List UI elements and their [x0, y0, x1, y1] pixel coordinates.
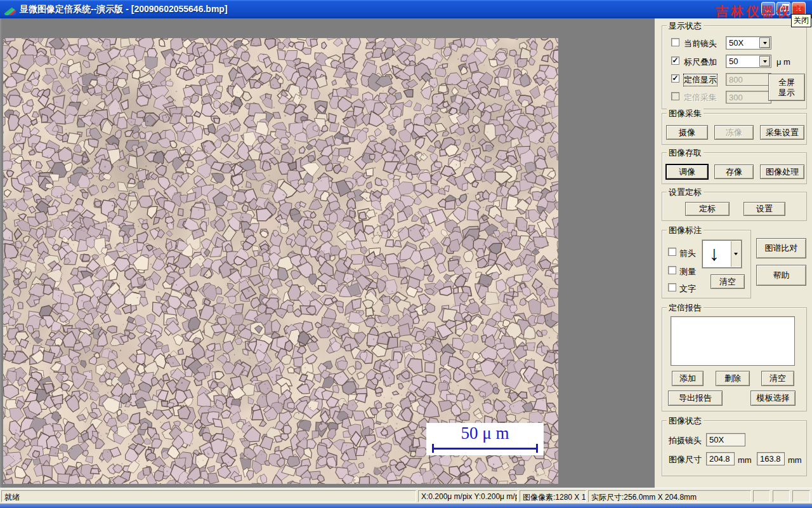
- group-calibration: 设置定标 定标 设置: [662, 192, 807, 221]
- checkbox-fixed-mag-capture-label: 定倍采集: [684, 92, 717, 104]
- group-report: 定倍报告 添加 删除 清空 导出报告 模板选择: [662, 307, 807, 411]
- group-image-storage: 图像存取 调像 存像 图像处理: [662, 152, 807, 184]
- checkbox-measure-label: 测量: [679, 266, 696, 277]
- shooting-lens-field: 50X: [706, 433, 745, 446]
- dropdown-arrow-icon[interactable]: [759, 37, 770, 48]
- load-image-button[interactable]: 调像: [666, 164, 708, 179]
- checkbox-scale-overlay[interactable]: [671, 57, 679, 65]
- micrograph-image: [3, 38, 558, 484]
- checkbox-fixed-mag-display-label: 定倍显示: [684, 74, 717, 86]
- app-brush-icon: [3, 3, 16, 15]
- group-image-status: 图像状态 拍摄镜头 50X 图像尺寸 204.8 mm 163.8 mm: [662, 420, 807, 476]
- image-processing-button[interactable]: 图像处理: [760, 164, 804, 179]
- scale-bar-line: [432, 448, 538, 450]
- control-panel: 显示状态 当前镜头 50X 标尺叠加 50 μ m 定倍显示 800 定倍采集 …: [655, 18, 812, 488]
- window-title: 显微图像定倍系统--演示版 - [20090602055646.bmp]: [20, 4, 228, 15]
- annotation-clear-button[interactable]: 清空: [710, 274, 745, 289]
- report-add-button[interactable]: 添加: [672, 371, 704, 386]
- checkbox-arrow-label: 箭头: [679, 248, 696, 259]
- status-spare-3: [792, 490, 810, 502]
- scale-bar-label: 50 μ m: [426, 424, 544, 443]
- settings-button[interactable]: 设置: [743, 202, 785, 216]
- status-image-pixels: 图像像素:1280 X 1024: [520, 490, 586, 502]
- down-arrow-icon: ↓: [709, 242, 719, 265]
- status-resolution: X:0.200μ m/pix Y:0.200μ m/pix: [418, 490, 518, 502]
- group-image-storage-title: 图像存取: [667, 147, 704, 159]
- checkbox-text[interactable]: [668, 283, 676, 291]
- report-clear-button[interactable]: 清空: [761, 371, 794, 386]
- image-height-unit: mm: [788, 455, 802, 465]
- image-width-field: 204.8: [706, 452, 735, 465]
- capture-button[interactable]: 摄像: [666, 125, 708, 140]
- group-display-status-title: 显示状态: [667, 20, 704, 32]
- atlas-compare-button[interactable]: 图谱比对: [756, 238, 806, 258]
- title-bar: 显微图像定倍系统--演示版 - [20090602055646.bmp] × 吉…: [0, 0, 812, 18]
- status-ready: 就绪: [1, 490, 416, 502]
- current-lens-combo[interactable]: 50X: [726, 36, 771, 50]
- freeze-button: 冻像: [714, 125, 754, 140]
- status-actual-size: 实际尺寸:256.0mm X 204.8mm: [588, 490, 751, 502]
- report-listbox[interactable]: [671, 316, 795, 366]
- checkbox-current-lens[interactable]: [671, 38, 679, 46]
- image-width-unit: mm: [738, 455, 752, 465]
- checkbox-fixed-mag-capture: [671, 92, 679, 100]
- scale-unit-label: μ m: [776, 57, 790, 67]
- group-display-status: 显示状态 当前镜头 50X 标尺叠加 50 μ m 定倍显示 800 定倍采集 …: [662, 25, 807, 109]
- group-annotation: 图像标注 箭头 测量 文字 ↓ 清空: [662, 230, 751, 298]
- save-image-button[interactable]: 存像: [714, 164, 754, 179]
- checkbox-current-lens-label: 当前镜头: [684, 38, 717, 50]
- shooting-lens-label: 拍摄镜头: [669, 435, 702, 446]
- dropdown-arrow-icon[interactable]: [759, 56, 770, 67]
- checkbox-arrow[interactable]: [668, 248, 676, 256]
- fullscreen-button-line2: 显示: [778, 88, 795, 98]
- fullscreen-button[interactable]: 全屏 显示: [768, 74, 805, 101]
- report-delete-button[interactable]: 删除: [716, 371, 750, 386]
- status-spare-1: [753, 490, 770, 502]
- checkbox-fixed-mag-display[interactable]: [671, 74, 679, 83]
- current-lens-value: 50X: [729, 38, 743, 48]
- group-image-capture-title: 图像采集: [667, 108, 704, 119]
- arrow-style-combo[interactable]: ↓: [702, 240, 742, 268]
- scale-value-combo[interactable]: 50: [726, 55, 771, 68]
- image-viewport: [0, 18, 655, 488]
- help-button[interactable]: 帮助: [756, 265, 806, 286]
- image-size-label: 图像尺寸: [669, 454, 702, 465]
- group-image-status-title: 图像状态: [667, 415, 704, 427]
- status-bar: 就绪 X:0.200μ m/pix Y:0.200μ m/pix 图像像素:12…: [0, 488, 812, 504]
- export-report-button[interactable]: 导出报告: [668, 391, 723, 406]
- fixed-mag-capture-field: 300: [726, 91, 771, 104]
- template-select-button[interactable]: 模板选择: [750, 391, 796, 406]
- scale-bar-tick-right: [536, 444, 538, 453]
- dropdown-arrow-icon[interactable]: [731, 241, 740, 267]
- checkbox-scale-overlay-label: 标尺叠加: [684, 57, 717, 68]
- calibrate-button[interactable]: 定标: [685, 202, 730, 216]
- status-spare-2: [773, 490, 790, 502]
- fixed-mag-display-field: 800: [726, 73, 771, 86]
- group-report-title: 定倍报告: [667, 302, 704, 314]
- fullscreen-button-line1: 全屏: [778, 77, 795, 88]
- group-calibration-title: 设置定标: [667, 187, 704, 198]
- image-height-field: 163.8: [757, 452, 785, 465]
- group-annotation-title: 图像标注: [667, 225, 704, 236]
- checkbox-measure[interactable]: [668, 266, 676, 274]
- group-image-capture: 图像采集 摄像 冻像 采集设置: [662, 113, 807, 145]
- checkbox-text-label: 文字: [679, 283, 696, 295]
- app-window: 显微图像定倍系统--演示版 - [20090602055646.bmp] × 吉…: [0, 0, 812, 508]
- capture-settings-button[interactable]: 采集设置: [760, 125, 804, 140]
- close-tooltip: 关闭: [791, 14, 811, 27]
- window-bottom-border: [0, 504, 812, 508]
- scale-bar-overlay: 50 μ m: [426, 423, 544, 455]
- scale-value: 50: [729, 57, 738, 66]
